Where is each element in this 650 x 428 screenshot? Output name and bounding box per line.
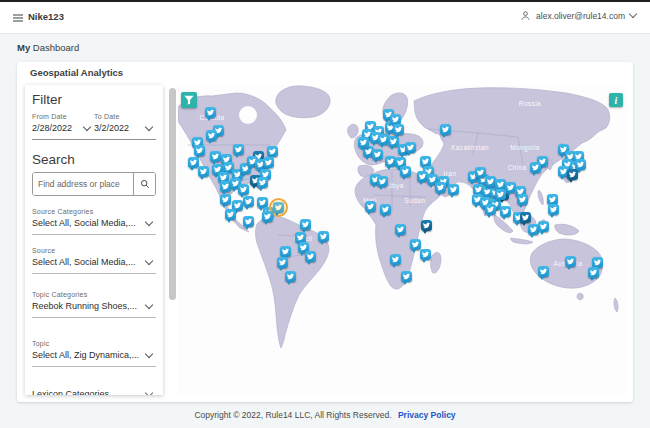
map-marker[interactable] (358, 137, 369, 148)
twitter-bird-icon (208, 132, 215, 139)
twitter-bird-icon (259, 179, 266, 186)
map-marker[interactable] (365, 201, 376, 212)
topic-categories-select[interactable]: Reebok Running Shoes,... (32, 301, 156, 311)
map-marker[interactable] (238, 184, 249, 195)
map-marker[interactable] (517, 194, 528, 205)
privacy-policy-link[interactable]: Privacy Policy (398, 410, 456, 420)
lexicon-categories-field: Lexicon Categories (32, 389, 156, 395)
map-marker[interactable] (188, 157, 199, 168)
twitter-bird-icon (540, 268, 547, 275)
twitter-bird-icon (497, 181, 504, 188)
source-categories-field: Source Categories Select All, Social Med… (32, 208, 156, 235)
map-marker[interactable] (495, 189, 506, 200)
source-value: Select All, Social Media,... (32, 257, 136, 267)
source-field: Source Select All, Social Media,... (32, 247, 156, 274)
map-marker[interactable] (372, 149, 383, 160)
lexicon-categories-label: Lexicon Categories (32, 389, 109, 395)
divider (32, 366, 156, 367)
twitter-bird-icon (279, 259, 286, 266)
search-input[interactable] (33, 173, 133, 195)
map-marker[interactable] (262, 211, 273, 222)
twitter-bird-icon (287, 273, 294, 280)
map-marker[interactable] (538, 266, 549, 277)
topic-label: Topic (32, 340, 156, 347)
geospatial-map[interactable]: CanadaRussiaKazakhstanMongoliaChinaIranL… (178, 85, 628, 395)
search-button[interactable] (133, 173, 155, 195)
info-icon: i (615, 95, 618, 106)
map-marker[interactable] (401, 271, 412, 282)
map-marker[interactable] (393, 124, 404, 135)
map-marker[interactable] (206, 130, 217, 141)
map-marker[interactable] (205, 107, 216, 118)
map-marker[interactable] (210, 151, 221, 162)
map-marker[interactable] (475, 167, 486, 178)
map-marker[interactable] (485, 204, 496, 215)
divider (32, 139, 156, 140)
topic-select[interactable]: Select All, Zig Dynamica,... (32, 350, 156, 360)
user-email: alex.oliver@rule14.com (536, 11, 625, 21)
map-marker[interactable] (300, 219, 311, 230)
search-box (32, 172, 156, 196)
twitter-bird-icon (212, 153, 219, 160)
twitter-bird-icon (395, 126, 402, 133)
source-select[interactable]: Select All, Social Media,... (32, 257, 156, 267)
map-marker[interactable] (285, 271, 296, 282)
topic-field: Topic Select All, Zig Dynamica,... (32, 340, 156, 367)
map-marker[interactable] (520, 212, 531, 223)
from-date-select[interactable]: 2/28/2022 (32, 123, 94, 133)
map-marker[interactable] (538, 221, 549, 232)
map-marker[interactable] (410, 239, 421, 250)
user-menu[interactable]: alex.oliver@rule14.com (520, 10, 636, 21)
map-marker[interactable] (420, 249, 431, 260)
twitter-bird-icon (397, 226, 404, 233)
filter-panel: Filter From Date 2/28/2022 To Date 3/2/2… (25, 85, 163, 395)
to-date-select[interactable]: 3/2/2022 (94, 123, 156, 133)
twitter-bird-icon (423, 222, 430, 229)
map-marker[interactable] (405, 142, 416, 153)
map-marker[interactable] (440, 124, 451, 135)
map-marker[interactable] (400, 166, 411, 177)
map-marker[interactable] (243, 216, 254, 227)
map-marker[interactable] (377, 176, 388, 187)
twitter-bird-icon (320, 233, 327, 240)
lexicon-categories-select[interactable]: Lexicon Categories (32, 389, 156, 395)
map-filter-button[interactable] (181, 92, 197, 108)
map-marker[interactable] (380, 204, 391, 215)
map-marker[interactable] (390, 254, 401, 265)
twitter-bird-icon (567, 258, 574, 265)
breadcrumb-current: Dashboard (33, 42, 79, 53)
brand-name: Nike123 (28, 11, 64, 22)
source-categories-select[interactable]: Select All, Social Media,... (32, 218, 156, 228)
map-marker[interactable] (194, 145, 205, 156)
map-marker[interactable] (395, 224, 406, 235)
map-marker[interactable] (305, 251, 316, 262)
menu-icon[interactable] (13, 14, 23, 22)
map-marker[interactable] (421, 220, 432, 231)
map-marker[interactable] (277, 257, 288, 268)
map-marker[interactable] (225, 209, 236, 220)
map-marker[interactable] (263, 157, 274, 168)
map-marker[interactable] (220, 194, 231, 205)
map-marker[interactable] (273, 202, 284, 213)
map-marker[interactable] (548, 204, 559, 215)
twitter-bird-icon (240, 186, 247, 193)
twitter-bird-icon (475, 186, 482, 193)
map-marker[interactable] (318, 231, 329, 242)
map-info-button[interactable]: i (609, 93, 623, 107)
filter-panel-scrollbar[interactable] (169, 88, 176, 300)
map-marker[interactable] (435, 182, 446, 193)
map-marker[interactable] (243, 196, 254, 207)
map-marker[interactable] (588, 267, 599, 278)
map-marker[interactable] (280, 246, 291, 257)
map-marker[interactable] (257, 177, 268, 188)
map-marker[interactable] (198, 166, 209, 177)
map-marker[interactable] (267, 146, 278, 157)
chevron-down-icon (145, 256, 153, 264)
twitter-bird-icon (227, 211, 234, 218)
map-marker[interactable] (575, 159, 586, 170)
map-marker[interactable] (233, 144, 244, 155)
map-marker[interactable] (530, 162, 541, 173)
map-marker[interactable] (500, 206, 511, 217)
map-marker[interactable] (448, 184, 459, 195)
map-marker[interactable] (565, 256, 576, 267)
